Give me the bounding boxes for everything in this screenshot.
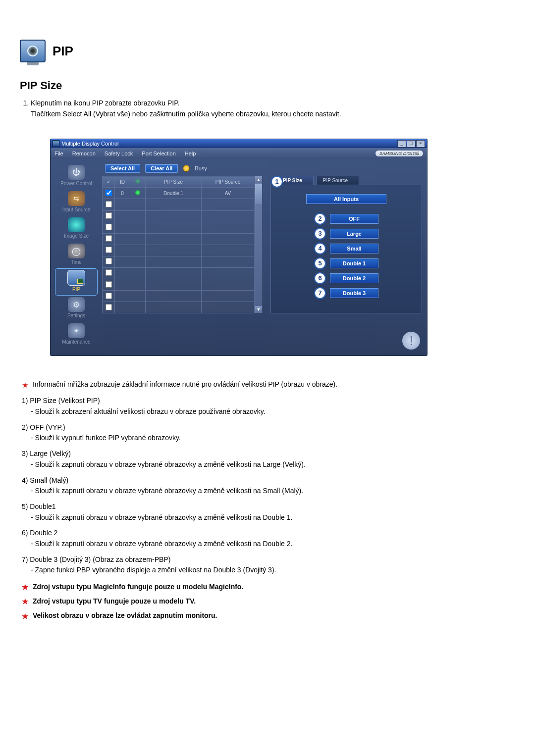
scroll-thumb[interactable] [255, 184, 262, 204]
row-checkbox[interactable] [106, 304, 112, 310]
item-description: - Slouží k zapnutí obrazu v obraze vybra… [31, 512, 515, 523]
sidebar-item-pip[interactable]: PIP [55, 269, 97, 295]
table-row[interactable] [103, 256, 255, 267]
tab-label: PIP Source [323, 178, 348, 183]
row-id [115, 199, 130, 210]
row-pip-source [202, 302, 255, 313]
item-description: - Slouží k vypnutí funkce PIP vybrané ob… [31, 433, 515, 444]
window-title: Multiple Display Control [61, 141, 397, 147]
col-id[interactable]: ID [115, 176, 130, 188]
table-row[interactable] [103, 233, 255, 245]
settings-icon [68, 297, 85, 312]
option-button-double 1[interactable]: Double 1 [330, 258, 378, 268]
clear-all-button[interactable]: Clear All [145, 164, 178, 173]
row-checkbox-cell[interactable] [103, 233, 115, 245]
star-icon [22, 613, 29, 620]
star-icon [22, 598, 29, 605]
row-checkbox[interactable] [106, 224, 112, 230]
option-button-off[interactable]: OFF [330, 214, 378, 224]
row-pip-source [202, 279, 255, 291]
bold-note-text: Zdroj vstupu typu MagicInfo funguje pouz… [33, 583, 243, 591]
grid-vertical-scrollbar[interactable]: ▲ ▼ [255, 176, 263, 313]
menu-port-selection[interactable]: Port Selection [142, 151, 175, 156]
col-check[interactable]: ✓ [103, 176, 115, 188]
row-pip-size [146, 302, 202, 313]
tab-pip-size[interactable]: 1 PIP Size [276, 176, 314, 185]
menu-safety-lock[interactable]: Safety Lock [105, 151, 133, 156]
row-id [115, 245, 130, 256]
row-checkbox-cell[interactable] [103, 245, 115, 256]
scroll-down-button[interactable]: ▼ [255, 306, 262, 313]
option-button-large[interactable]: Large [330, 229, 378, 239]
row-checkbox[interactable] [106, 201, 112, 207]
row-checkbox-cell[interactable] [103, 256, 115, 267]
row-checkbox-cell[interactable] [103, 222, 115, 233]
row-checkbox[interactable] [106, 190, 112, 196]
row-id [115, 267, 130, 279]
table-row[interactable] [103, 267, 255, 279]
row-checkbox-cell[interactable] [103, 267, 115, 279]
scroll-up-button[interactable]: ▲ [255, 176, 262, 183]
menu-remocon[interactable]: Remocon [72, 151, 96, 156]
row-checkbox-cell[interactable] [103, 291, 115, 302]
row-checkbox[interactable] [106, 212, 112, 219]
info-note: Informační mřížka zobrazuje základní inf… [22, 379, 515, 390]
option-button-double 3[interactable]: Double 3 [330, 288, 378, 298]
table-row[interactable] [103, 210, 255, 222]
row-pip-size [146, 233, 202, 245]
all-inputs-button[interactable]: All Inputs [306, 194, 386, 204]
row-pip-source [202, 245, 255, 256]
row-checkbox-cell[interactable] [103, 188, 115, 199]
minimize-button[interactable]: _ [397, 140, 406, 148]
row-id [115, 279, 130, 291]
sidebar-item-settings[interactable]: Settings [55, 296, 97, 321]
input-icon [68, 191, 85, 206]
menu-help[interactable]: Help [185, 151, 196, 156]
sidebar-item-input[interactable]: Input Source [55, 190, 97, 215]
option-button-small[interactable]: Small [330, 244, 378, 253]
info-icon[interactable]: ! [402, 332, 420, 350]
menu-file[interactable]: File [54, 151, 63, 156]
sidebar-item-time[interactable]: Time [55, 243, 97, 268]
toolbar: Select All Clear All Busy [102, 164, 422, 176]
table-row[interactable] [103, 245, 255, 256]
row-checkbox[interactable] [106, 269, 112, 276]
row-checkbox[interactable] [106, 281, 112, 288]
row-checkbox-cell[interactable] [103, 279, 115, 291]
col-pip-source[interactable]: PIP Source [202, 176, 255, 188]
col-status[interactable] [130, 176, 146, 188]
option-button-double 2[interactable]: Double 2 [330, 273, 378, 283]
sidebar-item-maint[interactable]: Maintenance [55, 322, 97, 348]
table-row[interactable] [103, 199, 255, 210]
table-row[interactable] [103, 291, 255, 302]
select-all-button[interactable]: Select All [105, 164, 140, 173]
callout-badge-3: 3 [314, 228, 326, 240]
row-checkbox[interactable] [106, 258, 112, 264]
tab-body: All Inputs 2OFF3Large4Small5Double 16Dou… [270, 185, 422, 313]
table-row[interactable] [103, 302, 255, 313]
item-number: 4) [22, 475, 28, 486]
option-row: 2OFF [276, 213, 417, 225]
callout-badge-4: 4 [314, 243, 326, 254]
item-title: Small (Malý) [30, 476, 68, 484]
close-button[interactable]: × [416, 140, 425, 148]
busy-indicator-icon [183, 165, 190, 172]
sidebar-item-power[interactable]: Power Control [55, 164, 97, 189]
row-checkbox[interactable] [106, 247, 112, 253]
row-status [130, 210, 146, 222]
row-checkbox[interactable] [106, 235, 112, 242]
star-icon [22, 382, 29, 389]
page-header: PIP [20, 40, 515, 62]
maximize-button[interactable]: □ [407, 140, 416, 148]
sidebar-item-image[interactable]: Image Size [55, 216, 97, 242]
row-checkbox-cell[interactable] [103, 210, 115, 222]
tab-pip-source[interactable]: PIP Source [317, 176, 359, 185]
row-checkbox-cell[interactable] [103, 302, 115, 313]
table-row[interactable]: 0Double 1AV [103, 188, 255, 199]
col-pip-size[interactable]: PIP Size [146, 176, 202, 188]
table-row[interactable] [103, 222, 255, 233]
pip-icon [67, 270, 85, 286]
row-checkbox[interactable] [106, 293, 112, 299]
row-checkbox-cell[interactable] [103, 199, 115, 210]
table-row[interactable] [103, 279, 255, 291]
